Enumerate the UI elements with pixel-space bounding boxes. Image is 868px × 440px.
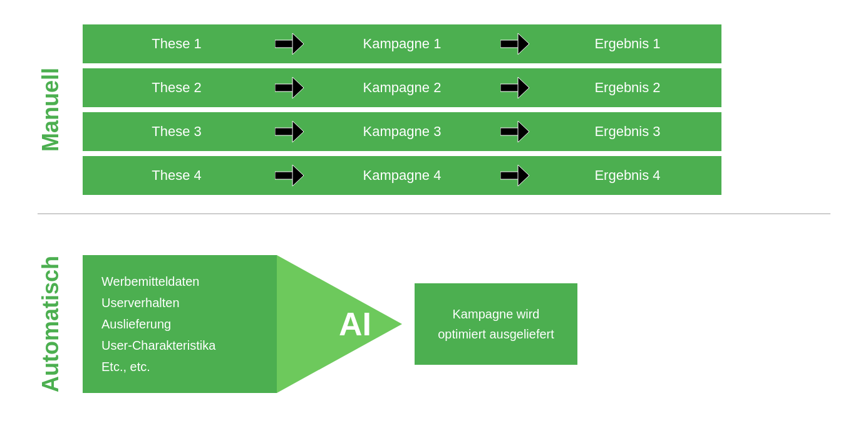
svg-rect-12 bbox=[275, 172, 294, 179]
svg-rect-10 bbox=[500, 128, 519, 135]
section-divider bbox=[38, 213, 830, 214]
arrow-6-icon bbox=[496, 112, 534, 151]
arrow-1-icon bbox=[271, 24, 308, 63]
data-line-1: Werbemitteldaten bbox=[101, 271, 258, 292]
result-text: Kampagne wird optimiert ausgeliefert bbox=[430, 304, 562, 344]
svg-rect-4 bbox=[275, 84, 294, 92]
ai-label: AI bbox=[339, 305, 371, 343]
arrow-4-icon bbox=[496, 68, 534, 107]
manuell-label: Manuell bbox=[38, 68, 64, 152]
arrow-3-icon bbox=[271, 68, 308, 107]
svg-marker-7 bbox=[518, 77, 529, 98]
svg-marker-13 bbox=[292, 165, 304, 186]
these-4-box: These 4 bbox=[83, 156, 271, 195]
flow-row-2: These 2 Kampagne 2 bbox=[83, 68, 830, 107]
svg-rect-14 bbox=[500, 172, 519, 179]
kampagne-4-box: Kampagne 4 bbox=[308, 156, 496, 195]
ergebnis-4-box: Ergebnis 4 bbox=[534, 156, 721, 195]
svg-rect-2 bbox=[500, 40, 519, 48]
result-box: Kampagne wird optimiert ausgeliefert bbox=[415, 283, 577, 365]
arrow-2-icon bbox=[496, 24, 534, 63]
svg-marker-3 bbox=[518, 33, 529, 55]
data-line-5: Etc., etc. bbox=[101, 356, 258, 377]
svg-rect-6 bbox=[500, 84, 519, 92]
flow-row-3: These 3 Kampagne 3 bbox=[83, 112, 830, 151]
data-line-4: User-Charakteristika bbox=[101, 335, 258, 356]
arrow-5-icon bbox=[271, 112, 308, 151]
flow-row-1: These 1 Kampagne 1 bbox=[83, 24, 830, 63]
svg-marker-1 bbox=[292, 33, 304, 55]
ai-triangle: AI bbox=[277, 255, 402, 393]
ergebnis-1-box: Ergebnis 1 bbox=[534, 24, 721, 63]
arrow-8-icon bbox=[496, 156, 534, 195]
flow-rows: These 1 Kampagne 1 bbox=[83, 24, 830, 195]
data-line-3: Auslieferung bbox=[101, 313, 258, 335]
data-inputs-box: Werbemitteldaten Userverhalten Ausliefer… bbox=[83, 255, 277, 393]
arrow-7-icon bbox=[271, 156, 308, 195]
main-container: Manuell These 1 Kampagne 1 bbox=[0, 0, 868, 440]
manuell-section: Manuell These 1 Kampagne 1 bbox=[38, 13, 830, 207]
flow-row-4: These 4 Kampagne 4 bbox=[83, 156, 830, 195]
svg-rect-0 bbox=[275, 40, 294, 48]
svg-marker-9 bbox=[292, 121, 304, 142]
automatisch-label: Automatisch bbox=[38, 256, 64, 392]
kampagne-1-box: Kampagne 1 bbox=[308, 24, 496, 63]
these-2-box: These 2 bbox=[83, 68, 271, 107]
svg-marker-15 bbox=[518, 165, 529, 186]
these-1-box: These 1 bbox=[83, 24, 271, 63]
automatisch-section: Automatisch Werbemitteldaten Userverhalt… bbox=[38, 221, 830, 427]
kampagne-2-box: Kampagne 2 bbox=[308, 68, 496, 107]
kampagne-3-box: Kampagne 3 bbox=[308, 112, 496, 151]
ergebnis-3-box: Ergebnis 3 bbox=[534, 112, 721, 151]
data-line-2: Userverhalten bbox=[101, 292, 258, 313]
svg-rect-8 bbox=[275, 128, 294, 135]
ergebnis-2-box: Ergebnis 2 bbox=[534, 68, 721, 107]
these-3-box: These 3 bbox=[83, 112, 271, 151]
svg-marker-11 bbox=[518, 121, 529, 142]
auto-flow-content: Werbemitteldaten Userverhalten Ausliefer… bbox=[83, 255, 830, 393]
svg-marker-5 bbox=[292, 77, 304, 98]
